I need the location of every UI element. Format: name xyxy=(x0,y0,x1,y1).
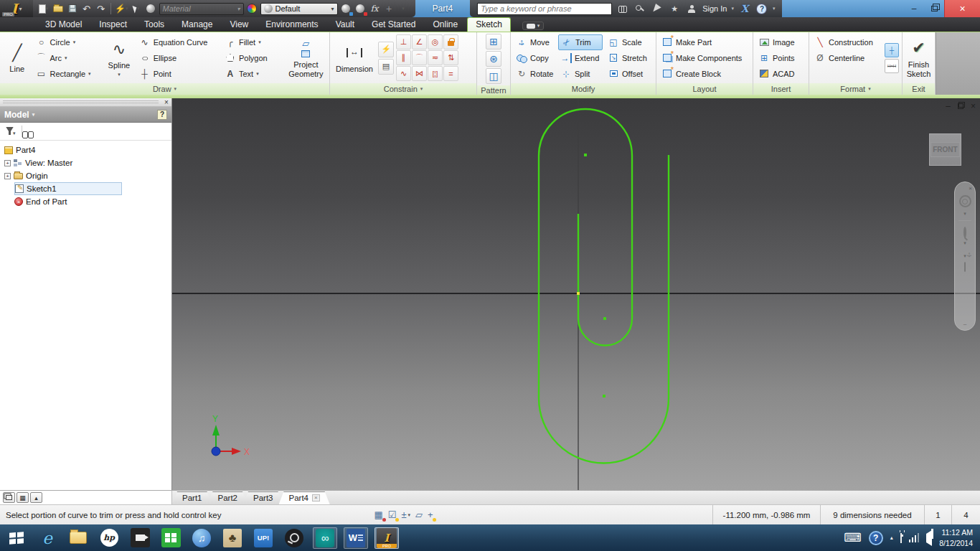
ribbon-display-toggle[interactable]: ▾ xyxy=(522,22,545,30)
collinear-constraint-button[interactable]: [¦] xyxy=(428,66,443,81)
auto-dimension-button[interactable]: ⚡ xyxy=(378,42,394,57)
polygon-button[interactable]: Polygon xyxy=(222,50,283,66)
exchange-apps-button[interactable]: X xyxy=(738,2,751,15)
offset-button[interactable]: Offset xyxy=(606,66,650,82)
centerpoint-toggle-button[interactable]: ┼ xyxy=(885,43,899,57)
extend-button[interactable]: →Extend xyxy=(558,50,603,66)
chevron-down-icon[interactable]: ▾ xyxy=(963,240,966,246)
image-button[interactable]: Image xyxy=(756,34,806,50)
split-button[interactable]: -¦-Split xyxy=(558,66,603,82)
chevron-down-icon[interactable]: ▾ xyxy=(731,6,734,11)
network-icon[interactable] xyxy=(909,533,920,542)
signin-label[interactable]: Sign In xyxy=(702,4,727,13)
arc-center-point[interactable] xyxy=(603,395,606,397)
panel-label-insert[interactable]: Insert xyxy=(753,83,809,95)
spline-button[interactable]: ∿ Spline ▾ xyxy=(103,37,134,79)
tab-view[interactable]: View xyxy=(222,18,256,32)
scale-button[interactable]: ◱Scale xyxy=(606,34,650,50)
material-combo[interactable]: Material▾ xyxy=(159,3,244,15)
perpendicular-constraint-button[interactable]: ⊥ xyxy=(396,34,411,50)
trim-button[interactable]: ✂Trim xyxy=(558,34,603,50)
panel-label-exit[interactable]: Exit xyxy=(903,83,935,95)
browser-header[interactable]: Model ▾ ? xyxy=(0,107,171,123)
create-block-button[interactable]: Create Block xyxy=(659,66,750,82)
coincident-constraint-button[interactable]: ∠ xyxy=(412,34,427,50)
select-toggle[interactable]: ☑ xyxy=(388,509,397,520)
fillet-button[interactable]: ╭Fillet▾ xyxy=(222,34,283,50)
concentric-constraint-button[interactable]: ◎ xyxy=(428,34,443,50)
update-button[interactable]: ⚡▾ xyxy=(115,2,128,16)
orbit-button[interactable] xyxy=(959,195,971,207)
minimize-button[interactable]: – xyxy=(904,0,924,17)
doc-tab-part2[interactable]: Part2 xyxy=(208,491,248,504)
inventor-app-button[interactable]: I PRO ▾ xyxy=(0,0,33,17)
tree-node-origin[interactable]: + Origin xyxy=(4,169,171,182)
parallel-constraint-button[interactable]: ∥ xyxy=(396,50,411,65)
browser-help-button[interactable]: ? xyxy=(157,110,167,120)
copy-button[interactable]: Copy xyxy=(514,50,555,66)
driven-dimension-toggle-button[interactable]: H×H xyxy=(885,59,899,73)
tab-3d-model[interactable]: 3D Model xyxy=(37,18,90,32)
signin-button[interactable] xyxy=(685,2,698,15)
taskbar-inventor[interactable]: IPRO xyxy=(374,527,399,549)
equation-curve-button[interactable]: ∿Equation Curve xyxy=(137,34,220,50)
text-button[interactable]: AText▾ xyxy=(222,66,283,82)
constraint-settings-button[interactable]: ▤ xyxy=(378,59,394,75)
parameters-button[interactable]: fx xyxy=(369,2,381,16)
panel-label-format[interactable]: Format▾ xyxy=(809,83,902,95)
doc-tab-part1[interactable]: Part1 xyxy=(172,491,212,504)
redo-button[interactable]: ↷ xyxy=(95,2,107,16)
close-button[interactable]: × xyxy=(944,0,980,17)
vertical-constraint-button[interactable]: ⇅ xyxy=(443,50,458,65)
start-button[interactable] xyxy=(4,527,29,549)
tab-manage[interactable]: Manage xyxy=(174,18,220,32)
search-button[interactable] xyxy=(616,2,629,15)
move-toggle[interactable]: + xyxy=(428,509,433,520)
undo-button[interactable]: ↶ xyxy=(80,2,93,16)
clear-appearance-button[interactable] xyxy=(354,2,367,16)
panel-label-layout[interactable]: Layout xyxy=(656,83,753,95)
arc-center-point[interactable] xyxy=(584,154,587,156)
tree-node-end-of-part[interactable]: × End of Part xyxy=(14,195,171,208)
touch-keyboard-icon[interactable]: ⌨ xyxy=(844,530,862,545)
favorites-button[interactable]: ★ xyxy=(668,2,681,15)
new-file-button[interactable]: ▾ xyxy=(37,2,50,16)
tangent-constraint-button[interactable]: ⌒ xyxy=(412,50,427,65)
grid-snap-toggle[interactable]: ▦ xyxy=(374,509,382,520)
make-components-button[interactable]: Make Components xyxy=(659,50,750,66)
taskbar-genealogy-app[interactable]: ♣ xyxy=(220,527,245,549)
tree-node-part[interactable]: Part4 xyxy=(4,143,171,156)
origin-point[interactable] xyxy=(577,292,580,295)
horizontal-constraint-button[interactable]: ≂ xyxy=(428,50,443,65)
taskbar-windows-store[interactable] xyxy=(159,527,183,549)
make-part-button[interactable]: Make Part xyxy=(659,34,750,50)
equal-constraint-button[interactable]: = xyxy=(443,66,458,81)
slice-graphics-toggle[interactable]: ▱ xyxy=(415,509,423,520)
color-wheel-button[interactable] xyxy=(246,2,258,16)
rectangle-button[interactable]: ▭Rectangle▾ xyxy=(34,66,102,82)
look-at-button[interactable] xyxy=(964,263,966,271)
finish-sketch-button[interactable]: ✔ Finish Sketch xyxy=(905,36,933,80)
navbar-menu-icon[interactable]: – xyxy=(963,321,966,327)
smooth-constraint-button[interactable]: ∿ xyxy=(396,66,411,81)
cascade-windows-button[interactable] xyxy=(3,492,15,503)
taskbar-itunes[interactable]: ♫ xyxy=(189,527,214,549)
taskbar-up-app[interactable]: UP! xyxy=(251,527,275,549)
rotate-button[interactable]: ↻Rotate xyxy=(514,66,555,82)
close-tab-icon[interactable]: × xyxy=(312,494,320,501)
material-sphere-button[interactable] xyxy=(145,2,157,16)
chevron-down-icon[interactable]: ▾ xyxy=(963,211,966,217)
tile-windows-button[interactable]: ▦ xyxy=(17,492,29,503)
circle-button[interactable]: ○Circle▾ xyxy=(34,34,102,50)
zoom-button[interactable] xyxy=(963,228,966,237)
expand-icon[interactable]: + xyxy=(4,173,11,179)
doc-minimize-button[interactable]: – xyxy=(946,101,951,111)
taskbar-arduino[interactable]: ∞ xyxy=(313,527,337,549)
taskbar-steam[interactable] xyxy=(282,527,306,549)
stretch-button[interactable]: ↘Stretch xyxy=(606,50,650,66)
taskbar-word[interactable]: W xyxy=(344,527,368,549)
filter-button[interactable]: ▾ xyxy=(6,127,16,136)
panel-label-draw[interactable]: Draw▾ xyxy=(0,83,329,95)
add-qat-button[interactable]: + xyxy=(383,2,395,16)
taskbar-hp[interactable]: hp xyxy=(97,527,121,549)
